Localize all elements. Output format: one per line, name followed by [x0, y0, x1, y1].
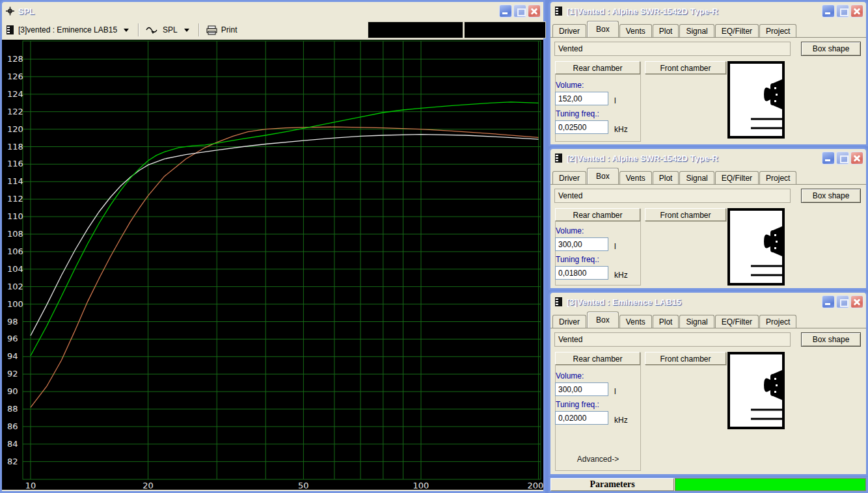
minimize-button[interactable] — [822, 152, 835, 165]
spl-chart: 1281261241221201181161141121101081061041… — [2, 40, 543, 490]
minimize-button[interactable] — [822, 295, 835, 308]
toolbar-display-box — [368, 21, 463, 38]
volume-unit: l — [614, 387, 616, 396]
tab-vents[interactable]: Vents — [619, 24, 652, 37]
x-tick-label: 200 — [528, 481, 543, 490]
document-icon — [554, 297, 563, 306]
tab-box[interactable]: Box — [587, 312, 619, 328]
document-icon — [554, 153, 563, 163]
tab-driver[interactable]: Driver — [552, 315, 586, 328]
volume-input[interactable] — [555, 382, 608, 396]
tuning-freq-input[interactable] — [555, 266, 608, 280]
plot-type-selector[interactable]: SPL — [163, 25, 178, 34]
waveform-icon — [146, 25, 159, 34]
tab-project[interactable]: Project — [759, 171, 796, 184]
box-type-field: Vented — [554, 332, 791, 347]
spl-plot-area: 1281261241221201181161141121101081061041… — [2, 40, 543, 490]
chevron-down-icon[interactable] — [184, 29, 189, 32]
printer-icon — [206, 25, 217, 35]
tab-signal[interactable]: Signal — [679, 24, 714, 37]
tab-plot[interactable]: Plot — [653, 171, 679, 184]
window-title: [3]Vented : Eminence LAB15 — [567, 297, 818, 307]
crosshair-icon — [6, 7, 14, 16]
minimize-button[interactable] — [499, 5, 512, 18]
print-button[interactable]: Print — [221, 25, 237, 34]
box-shape-button[interactable]: Box shape — [801, 189, 861, 203]
minimize-button[interactable] — [822, 5, 835, 18]
maximize-button[interactable] — [836, 152, 849, 165]
toolbar-display-box — [464, 21, 546, 38]
y-tick-label: 118 — [7, 142, 23, 152]
y-tick-label: 86 — [7, 421, 18, 431]
y-tick-label: 102 — [7, 282, 23, 291]
spl-toolbar: [3]vented : Eminence LAB15 SPL Print — [2, 20, 543, 40]
y-tick-label: 90 — [7, 386, 18, 396]
maximize-button[interactable] — [836, 295, 849, 308]
curve-source-selector[interactable]: [3]vented : Eminence LAB15 — [18, 25, 117, 34]
box-shape-button[interactable]: Box shape — [801, 42, 861, 56]
y-tick-label: 98 — [7, 317, 18, 326]
tab-box[interactable]: Box — [587, 21, 619, 37]
tab-plot[interactable]: Plot — [653, 24, 679, 37]
tab-eq-filter[interactable]: EQ/Filter — [715, 171, 759, 184]
x-tick-label: 20 — [142, 481, 154, 490]
volume-input[interactable] — [555, 237, 608, 251]
tab-plot[interactable]: Plot — [653, 315, 679, 328]
spl-curve — [31, 127, 539, 407]
window-title: [1]Vented : Alpine SWR-1542D Type-R — [567, 7, 818, 16]
tab-vents[interactable]: Vents — [619, 315, 652, 328]
box-window-3: [3]Vented : Eminence LAB15 Driver Box Ve… — [549, 291, 868, 476]
tab-box[interactable]: Box — [587, 168, 619, 184]
tab-signal[interactable]: Signal — [679, 315, 714, 328]
maximize-button[interactable] — [513, 5, 526, 18]
x-tick-label: 50 — [298, 481, 309, 490]
tab-project[interactable]: Project — [759, 315, 796, 328]
tuning-freq-unit: kHz — [614, 271, 628, 280]
progress-bar-fill — [675, 479, 865, 490]
y-tick-label: 124 — [7, 89, 23, 99]
y-tick-label: 100 — [7, 299, 23, 309]
y-tick-label: 104 — [7, 264, 23, 274]
front-chamber-button[interactable]: Front chamber — [645, 208, 726, 221]
box-shape-button[interactable]: Box shape — [801, 332, 861, 347]
y-tick-label: 94 — [7, 351, 18, 361]
close-button[interactable] — [850, 5, 863, 18]
tuning-freq-unit: kHz — [614, 125, 628, 134]
y-tick-label: 96 — [7, 334, 18, 343]
tab-eq-filter[interactable]: EQ/Filter — [715, 315, 759, 328]
advanced-link[interactable]: Advanced-> — [556, 455, 640, 464]
front-chamber-button[interactable]: Front chamber — [645, 61, 726, 74]
volume-label: Volume: — [556, 371, 584, 380]
tab-project[interactable]: Project — [759, 24, 796, 37]
tab-driver[interactable]: Driver — [552, 24, 586, 37]
y-tick-label: 92 — [7, 369, 18, 379]
tab-driver[interactable]: Driver — [552, 171, 586, 184]
box-shape-diagram — [727, 352, 785, 429]
rear-chamber-button[interactable]: Rear chamber — [555, 61, 640, 74]
window-titlebar[interactable]: [2]Vented : Alpine SWR-1542D Type-R — [550, 149, 866, 167]
close-button[interactable] — [528, 5, 541, 18]
chevron-down-icon[interactable] — [124, 29, 129, 32]
x-tick-label: 10 — [25, 481, 36, 490]
volume-label: Volume: — [556, 226, 584, 235]
tuning-freq-input[interactable] — [555, 120, 608, 134]
volume-input[interactable] — [555, 92, 608, 105]
tuning-freq-input[interactable] — [555, 411, 608, 425]
front-chamber-button[interactable]: Front chamber — [645, 352, 726, 365]
tab-eq-filter[interactable]: EQ/Filter — [715, 24, 759, 37]
x-tick-label: 100 — [413, 481, 429, 490]
window-titlebar[interactable]: [1]Vented : Alpine SWR-1542D Type-R — [550, 2, 866, 20]
y-tick-label: 116 — [7, 159, 23, 168]
tab-vents[interactable]: Vents — [619, 171, 652, 184]
close-button[interactable] — [850, 152, 863, 165]
parameters-button[interactable]: Parameters — [550, 478, 674, 491]
close-button[interactable] — [850, 295, 863, 308]
tab-signal[interactable]: Signal — [679, 171, 714, 184]
toolbar-separator — [138, 23, 139, 36]
rear-chamber-button[interactable]: Rear chamber — [555, 208, 640, 221]
window-titlebar[interactable]: [3]Vented : Eminence LAB15 — [550, 293, 866, 311]
rear-chamber-button[interactable]: Rear chamber — [555, 352, 640, 365]
spl-titlebar[interactable]: SPL — [2, 2, 543, 20]
y-tick-label: 112 — [7, 194, 23, 204]
maximize-button[interactable] — [836, 5, 849, 18]
